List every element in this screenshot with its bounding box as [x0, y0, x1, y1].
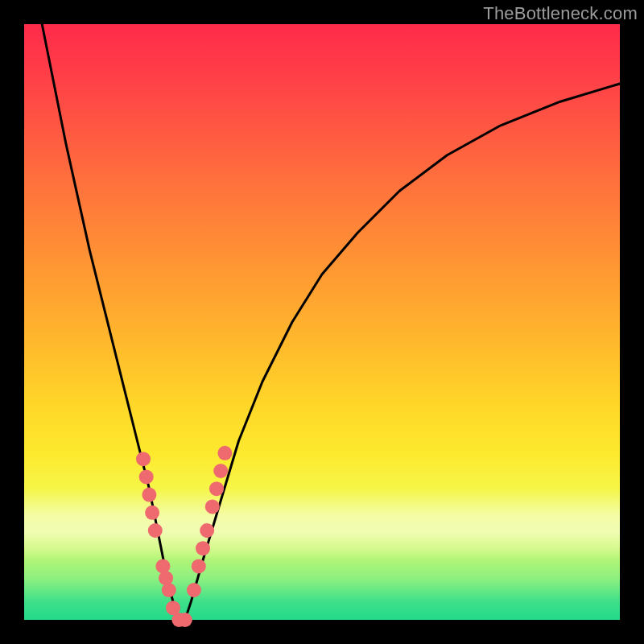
bottleneck-curve [42, 24, 620, 620]
marker-dot [192, 559, 206, 573]
marker-dot [136, 452, 151, 466]
marker-dot [187, 583, 201, 597]
marker-dot [178, 613, 192, 627]
curve-layer [24, 24, 620, 620]
marker-dot [196, 541, 210, 555]
marker-dot [142, 488, 156, 502]
chart-frame: TheBottleneck.com [0, 0, 644, 644]
watermark-text: TheBottleneck.com [483, 3, 638, 24]
marker-dot [145, 506, 159, 520]
marker-dot [217, 446, 232, 460]
marker-dot [162, 583, 176, 597]
plot-area [24, 24, 620, 620]
marker-dot [139, 469, 154, 484]
marker-dot [205, 499, 220, 514]
marker-dot [209, 481, 224, 496]
marker-dot [200, 523, 214, 538]
marker-dot [213, 464, 228, 478]
marker-dot [148, 523, 163, 538]
